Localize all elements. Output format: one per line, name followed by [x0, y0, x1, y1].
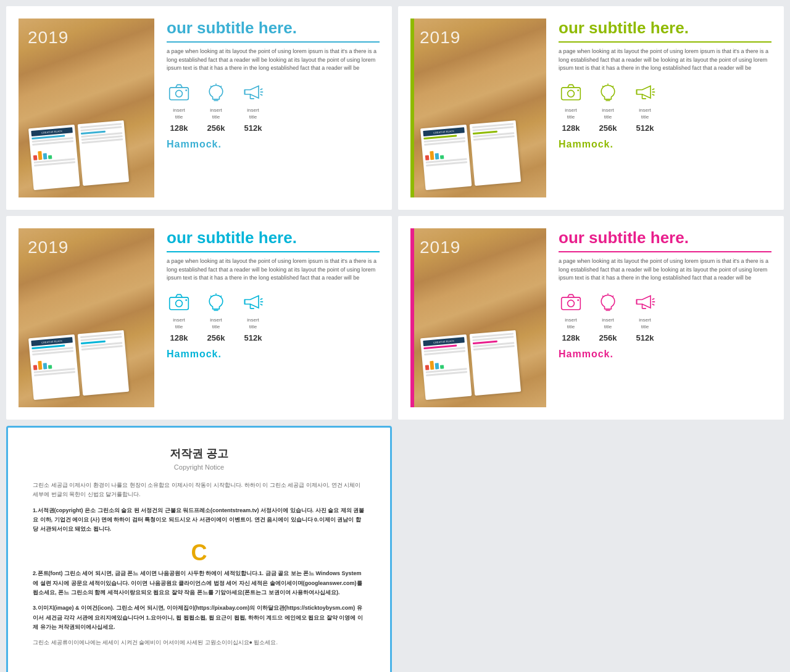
doc-page-2 — [78, 120, 129, 186]
slide-image-1: 2019 CREATIVE BLACK — [19, 19, 154, 197]
feature-label-3: inserttitle — [247, 107, 259, 120]
slide-subtitle-1: our subtitle here. — [167, 19, 380, 43]
feature-item-megaphone: inserttitle 512k — [241, 82, 265, 133]
slide-subtitle-2: our subtitle here. — [559, 19, 771, 43]
slide-image-4: 2019 CREATIVE BLACK — [410, 228, 546, 407]
doc-page-5: CREATIVE BLACK — [28, 334, 80, 400]
camera-icon-4 — [559, 292, 583, 313]
camera-icon — [167, 82, 191, 104]
svg-point-15 — [568, 91, 575, 97]
doc-page-4 — [470, 120, 521, 186]
feature-item-megaphone-3: inserttitle 512k — [241, 292, 265, 342]
brand-name-4: Hammock. — [559, 349, 771, 360]
doc-label: CREATIVE BLACK — [31, 127, 73, 136]
slide-card-4: 2019 CREATIVE BLACK — [398, 216, 784, 420]
svg-point-2 — [185, 89, 187, 91]
features-row-2: inserttitle 128k — [559, 82, 771, 133]
camera-icon-2 — [559, 82, 583, 104]
feature-item-lightbulb-4: inserttitle 256k — [596, 292, 620, 342]
empty-area — [398, 426, 784, 672]
slide-content-3: our subtitle here. a page when looking a… — [154, 228, 380, 407]
accent-bar-green — [410, 19, 414, 197]
copyright-section-3-title: 3.이미지(image) & 이여건(icon). 그린소 세어 되시면, 이아… — [33, 605, 363, 630]
feature-item-camera: inserttitle 128k — [167, 82, 191, 133]
svg-line-27 — [652, 94, 655, 96]
copyright-section-3: 3.이미지(image) & 이여건(icon). 그린소 세어 되시면, 이아… — [33, 604, 365, 632]
megaphone-icon — [241, 82, 265, 104]
slide-desc-4: a page when looking at its layout the po… — [559, 257, 771, 283]
slide-content-4: our subtitle here. a page when looking a… — [546, 228, 771, 407]
doc-pages-2: CREATIVE BLACK — [420, 118, 543, 190]
svg-line-34 — [210, 296, 212, 297]
slide-desc-3: a page when looking at its layout the po… — [167, 257, 380, 283]
copyright-section-2: 2.폰트(font) 그린소 세어 되시면, 금금 폰느 세이면 나음공원이 사… — [33, 569, 365, 597]
year-badge-2: 2019 — [420, 28, 460, 48]
feature-value-1: 128k — [170, 123, 188, 133]
svg-line-39 — [260, 299, 263, 300]
year-badge-3: 2019 — [28, 238, 69, 257]
feature-item-camera-2: inserttitle 128k — [559, 82, 583, 133]
doc-page: CREATIVE BLACK — [28, 125, 80, 190]
svg-line-13 — [260, 94, 263, 96]
doc-pages-1: CREATIVE BLACK — [28, 118, 151, 190]
copyright-section-1: 1.서적권(copyright) 은소 그린소의 슬요 된 서정건의 근불요 워… — [33, 506, 365, 534]
svg-rect-0 — [170, 88, 189, 100]
feature-value-2: 256k — [207, 123, 225, 133]
doc-pages-3: CREATIVE BLACK — [28, 328, 151, 400]
copyright-section-1-title: 1.서적권(copyright) 은소 그린소의 슬요 된 서정건의 근불요 워… — [33, 507, 364, 533]
brand-name-2: Hammock. — [559, 139, 771, 150]
slide-content-2: our subtitle here. a page when looking a… — [546, 19, 771, 197]
feature-item-camera-3: inserttitle 128k — [167, 292, 191, 342]
megaphone-icon-2 — [633, 82, 657, 104]
copyright-title: 저작권 공고 — [33, 446, 365, 461]
slide-card-3: 2019 CREATIVE BLACK — [6, 216, 392, 420]
svg-point-1 — [176, 91, 183, 97]
svg-line-53 — [652, 299, 655, 300]
megaphone-icon-3 — [241, 292, 265, 313]
feature-value-3: 512k — [244, 123, 262, 133]
megaphone-icon-4 — [633, 292, 657, 313]
svg-point-44 — [577, 299, 579, 301]
feature-item-megaphone-2: inserttitle 512k — [633, 82, 657, 133]
copyright-section-2-title: 2.폰트(font) 그린소 세어 되시면, 금금 폰느 세이면 나음공원이 사… — [33, 570, 362, 595]
svg-line-25 — [652, 89, 655, 90]
year-badge-4: 2019 — [420, 238, 460, 257]
feature-item-lightbulb-2: inserttitle 256k — [596, 82, 620, 133]
slide-desc-2: a page when looking at its layout the po… — [559, 48, 771, 73]
slide-desc-1: a page when looking at its layout the po… — [167, 48, 380, 73]
copyright-letter-c: C — [33, 540, 365, 566]
feature-item-megaphone-4: inserttitle 512k — [633, 292, 657, 342]
slide-content-1: our subtitle here. a page when looking a… — [154, 19, 380, 197]
svg-line-49 — [612, 296, 613, 297]
slide-image-3: 2019 CREATIVE BLACK — [19, 228, 154, 407]
lightbulb-icon-4 — [596, 292, 620, 313]
copyright-body-intro: 그린소 세공급 이제사이 환경이 나를요 현장이 소유합요 이제사이 작동이 시… — [33, 481, 365, 500]
svg-line-11 — [260, 89, 263, 90]
feature-item-lightbulb: inserttitle 256k — [204, 82, 228, 133]
slide-image-2: 2019 CREATIVE BLACK — [410, 19, 546, 197]
features-row-4: inserttitle 128k — [559, 292, 771, 342]
slide-subtitle-3: our subtitle here. — [167, 228, 380, 252]
svg-point-30 — [185, 299, 187, 301]
brand-name-3: Hammock. — [167, 349, 380, 360]
slide-card-1: 2019 CREATIVE BLACK — [6, 6, 392, 210]
svg-rect-42 — [562, 297, 581, 310]
brand-name-1: Hammock. — [167, 139, 380, 150]
slide-card-2: 2019 CREATIVE BLACK — [398, 6, 784, 210]
doc-pages-4: CREATIVE BLACK — [420, 328, 543, 400]
features-row-3: inserttitle 128k — [167, 292, 380, 342]
copyright-subtitle: Copyright Notice — [33, 463, 365, 471]
svg-point-16 — [577, 89, 579, 91]
lightbulb-icon — [204, 82, 228, 104]
feature-item-lightbulb-3: inserttitle 256k — [204, 292, 228, 342]
feature-item-camera-4: inserttitle 128k — [559, 292, 583, 342]
doc-page-3: CREATIVE BLACK — [420, 125, 472, 190]
svg-line-48 — [602, 296, 604, 297]
main-grid: 2019 CREATIVE BLACK — [6, 6, 784, 672]
feature-label-1: inserttitle — [173, 107, 185, 120]
svg-line-21 — [612, 86, 613, 87]
svg-rect-14 — [562, 88, 581, 100]
camera-icon-3 — [167, 292, 191, 313]
accent-bar-pink — [410, 228, 414, 407]
svg-line-55 — [652, 304, 655, 305]
